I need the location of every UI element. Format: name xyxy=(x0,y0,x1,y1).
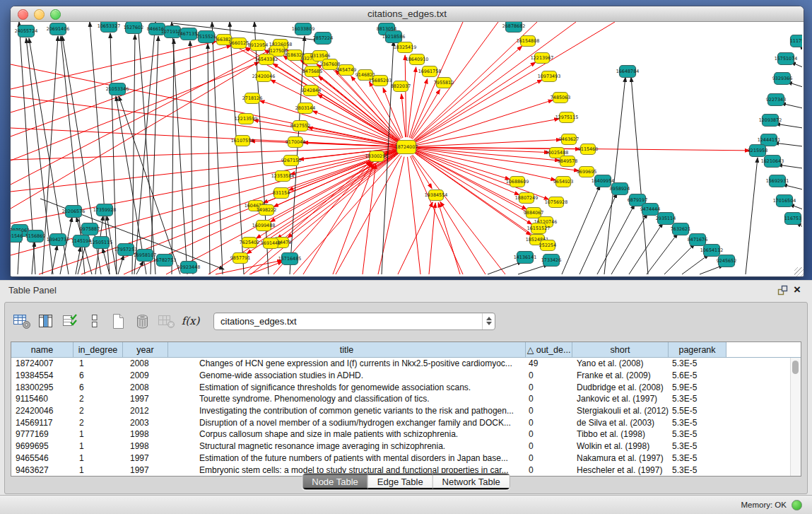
citation-edge-red[interactable] xyxy=(416,151,519,194)
graph-node[interactable]: 10688609 xyxy=(506,177,529,187)
graph-node[interactable]: 18640910 xyxy=(406,54,429,65)
network-window-titlebar[interactable]: citations_edges.txt xyxy=(11,6,804,22)
graph-node[interactable]: 12975115 xyxy=(555,112,579,123)
citation-edge-black[interactable] xyxy=(208,44,210,274)
graph-node[interactable]: 1691448 xyxy=(261,238,281,249)
citation-edge-black[interactable] xyxy=(212,22,223,274)
graph-node[interactable]: 2935114 xyxy=(656,213,676,225)
citation-edge-black[interactable] xyxy=(18,238,20,274)
citation-edge-red[interactable] xyxy=(411,90,440,139)
citation-edge-red[interactable] xyxy=(416,119,559,145)
table-row[interactable]: 911546021997Tourette syndrome. Phenomeno… xyxy=(11,393,801,405)
graph-node[interactable]: 8475685 xyxy=(302,66,322,77)
citation-edge-red[interactable] xyxy=(363,164,376,274)
graph-node[interactable]: 9975887 xyxy=(80,223,100,235)
graph-node[interactable]: 9857791 xyxy=(230,253,250,264)
graph-node[interactable]: 26878682 xyxy=(502,22,526,33)
tab-node-table[interactable]: Node Table xyxy=(302,474,368,489)
graph-node[interactable]: 16648784 xyxy=(616,66,640,78)
table-row[interactable]: 969969511998Structural magnetic resonanc… xyxy=(11,440,801,452)
graph-node[interactable]: 17359928 xyxy=(93,204,117,216)
table-row[interactable]: 1938455462009Genome-wide association stu… xyxy=(11,370,801,382)
graph-node[interactable]: 9329366 xyxy=(772,73,792,85)
graph-node[interactable]: 15751074 xyxy=(775,53,798,65)
graph-node[interactable]: 9227343 xyxy=(766,94,786,106)
citation-edge-black[interactable] xyxy=(777,165,802,168)
graph-node[interactable]: 1527602 xyxy=(124,22,143,34)
graph-node[interactable]: 8822037 xyxy=(391,81,411,92)
column-header-in_degree[interactable]: in_degree xyxy=(73,342,123,357)
graph-node[interactable]: 252254 xyxy=(539,240,556,251)
graph-node[interactable]: 15692931 xyxy=(766,175,789,187)
graph-node[interactable]: 9170044 xyxy=(286,137,305,148)
graph-node[interactable]: 13942737 xyxy=(47,234,70,246)
table-vertical-scrollbar[interactable] xyxy=(790,358,801,476)
graph-node[interactable]: 8427552 xyxy=(290,121,310,132)
citation-edge-black[interactable] xyxy=(132,35,135,274)
graph-node[interactable]: 9267150 xyxy=(281,156,301,166)
citation-edge-red[interactable] xyxy=(216,260,282,274)
citation-edge-red[interactable] xyxy=(405,55,406,137)
show-hide-columns-button[interactable] xyxy=(36,311,57,332)
citation-edge-black[interactable] xyxy=(631,77,648,274)
citation-edge-black[interactable] xyxy=(629,223,663,274)
citation-edge-red[interactable] xyxy=(11,147,396,160)
graph-node[interactable]: 16409954 xyxy=(592,175,615,187)
graph-node[interactable]: 16107554 xyxy=(231,136,254,146)
delete-table-button[interactable] xyxy=(156,311,177,332)
minimize-window-icon[interactable] xyxy=(34,9,45,20)
graph-node[interactable]: 9242844 xyxy=(301,86,321,96)
column-header-name[interactable]: name xyxy=(11,342,73,357)
citation-edge-black[interactable] xyxy=(775,124,802,128)
graph-node[interactable]: 831154 xyxy=(273,188,290,199)
citation-edge-red[interactable] xyxy=(11,55,271,209)
graph-node[interactable]: 16154808 xyxy=(517,36,540,47)
citation-edge-red[interactable] xyxy=(408,67,416,137)
graph-node[interactable]: 19384554 xyxy=(425,190,448,201)
graph-node[interactable]: 9660125 xyxy=(229,38,249,49)
citation-edge-red[interactable] xyxy=(414,46,522,141)
citation-edge-black[interactable] xyxy=(647,233,678,274)
graph-node[interactable]: 10653327 xyxy=(98,22,121,33)
graph-node[interactable]: 21053346 xyxy=(106,83,129,95)
citation-edge-red[interactable] xyxy=(398,202,433,274)
citation-edge-red[interactable] xyxy=(293,154,400,274)
citation-edge-black[interactable] xyxy=(172,39,174,274)
select-all-rows-button[interactable] xyxy=(60,311,81,332)
graph-node[interactable]: 9474444 xyxy=(640,204,660,216)
citation-edge-black[interactable] xyxy=(562,185,600,274)
graph-node[interactable]: 9463627 xyxy=(559,134,579,145)
citation-edge-red[interactable] xyxy=(416,140,561,147)
citation-edge-red[interactable] xyxy=(438,203,460,274)
graph-node[interactable]: 16782753 xyxy=(153,255,177,267)
citation-edge-black[interactable] xyxy=(597,204,635,274)
graph-node[interactable]: 16961758 xyxy=(418,66,442,77)
float-panel-button[interactable] xyxy=(775,285,791,296)
close-panel-button[interactable]: × xyxy=(791,285,804,295)
column-header-pagerank[interactable]: pagerank xyxy=(669,342,726,357)
graph-node[interactable]: 1156869 xyxy=(25,230,45,243)
graph-node[interactable]: 15716485 xyxy=(278,253,302,265)
citation-edge-red[interactable] xyxy=(333,163,374,274)
graph-node[interactable]: 9699695 xyxy=(577,167,596,177)
graph-node[interactable]: 1733426 xyxy=(541,255,561,267)
graph-node[interactable]: 7485063 xyxy=(551,93,570,103)
tab-edge-table[interactable]: Edge Table xyxy=(368,474,433,489)
citation-edge-black[interactable] xyxy=(579,193,617,274)
graph-node[interactable]: 12505115 xyxy=(90,237,113,249)
citation-edge-black[interactable] xyxy=(76,247,81,274)
graph-node[interactable]: 8471676 xyxy=(688,234,707,246)
delete-entries-button[interactable] xyxy=(132,311,153,332)
citation-edge-red[interactable] xyxy=(11,41,216,89)
graph-node[interactable]: 12093872 xyxy=(759,115,782,127)
citation-edge-black[interactable] xyxy=(52,245,57,274)
citation-edge-red[interactable] xyxy=(416,80,543,143)
table-row[interactable]: 1830029562008Estimation of significance … xyxy=(11,381,801,393)
citation-edge-red[interactable] xyxy=(288,153,399,238)
table-row[interactable]: 1456911722003Disruption of a novel membe… xyxy=(11,416,801,428)
graph-node[interactable]: 9849578 xyxy=(558,156,577,167)
graph-node[interactable]: 7857224 xyxy=(313,33,333,45)
graph-node[interactable]: 7955812 xyxy=(434,78,454,88)
citation-edge-black[interactable] xyxy=(230,22,244,274)
graph-node[interactable]: 10756928 xyxy=(545,197,568,208)
